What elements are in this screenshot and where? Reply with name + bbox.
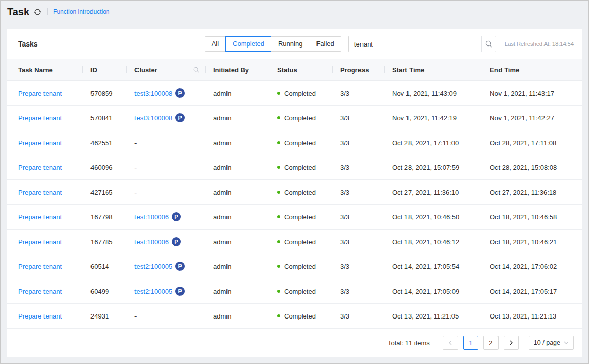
task-id-cell: 167785 <box>82 238 126 246</box>
function-introduction-link[interactable]: Function introduction <box>53 8 109 15</box>
table-row: Prepare tenant 24931 - admin Completed 3… <box>7 304 582 329</box>
page-button-2[interactable]: 2 <box>483 336 499 350</box>
cluster-link[interactable]: test:100006 <box>134 238 169 246</box>
cluster-cell: - <box>126 139 205 147</box>
table-header: Task NameIDClusterInitiated ByStatusProg… <box>7 59 582 81</box>
status-dot-icon <box>277 116 280 119</box>
progress-cell: 3/3 <box>332 89 384 97</box>
cluster-link[interactable]: test2:100005 <box>134 288 172 295</box>
table-row: Prepare tenant 460096 - admin Completed … <box>7 155 582 180</box>
table-row: Prepare tenant 570841 test3:100008P admi… <box>7 106 582 130</box>
initiated-by-cell: admin <box>205 263 269 270</box>
task-name-cell: Prepare tenant <box>7 89 82 97</box>
task-id-cell: 24931 <box>82 312 126 320</box>
initiated-by-cell: admin <box>205 89 269 97</box>
refresh-icon[interactable] <box>34 8 41 16</box>
start-time-cell: Oct 14, 2021, 17:05:09 <box>384 288 482 295</box>
status-cell: Completed <box>269 189 332 196</box>
progress-cell: 3/3 <box>332 263 384 270</box>
task-name-cell: Prepare tenant <box>7 114 82 122</box>
table-row: Prepare tenant 570859 test3:100008P admi… <box>7 81 582 106</box>
page-size-select[interactable]: 10 / page <box>529 336 574 350</box>
task-id-cell: 167798 <box>82 213 126 221</box>
pagination-bar: Total: 11 items 12 10 / page <box>7 329 582 357</box>
task-name-link[interactable]: Prepare tenant <box>18 213 62 221</box>
start-time-cell: Oct 14, 2021, 17:05:54 <box>384 263 482 270</box>
status-dot-icon <box>277 141 280 144</box>
cluster-cell: test2:100005P <box>126 287 205 296</box>
task-name-link[interactable]: Prepare tenant <box>18 263 62 270</box>
status-text: Completed <box>284 139 316 147</box>
task-name-link[interactable]: Prepare tenant <box>18 288 62 295</box>
table-row: Prepare tenant 60499 test2:100005P admin… <box>7 279 582 304</box>
progress-cell: 3/3 <box>332 114 384 122</box>
primary-zone-badge: P <box>175 88 185 98</box>
status-text: Completed <box>284 213 316 221</box>
cluster-cell: - <box>126 164 205 171</box>
cluster-link[interactable]: test2:100005 <box>134 263 172 270</box>
page-button-1[interactable]: 1 <box>463 336 478 350</box>
cluster-link[interactable]: test3:100008 <box>134 89 172 97</box>
table-row: Prepare tenant 167785 test:100006P admin… <box>7 230 582 254</box>
task-name-link[interactable]: Prepare tenant <box>18 139 62 147</box>
cluster-cell: test:100006P <box>126 237 205 246</box>
task-name-link[interactable]: Prepare tenant <box>18 189 62 196</box>
task-name-link[interactable]: Prepare tenant <box>18 238 62 246</box>
search-box <box>348 36 496 52</box>
primary-zone-badge: P <box>172 212 181 221</box>
initiated-by-cell: admin <box>205 238 269 246</box>
table-row: Prepare tenant 167798 test:100006P admin… <box>7 205 582 230</box>
status-dot-icon <box>277 314 280 317</box>
filter-tab-failed[interactable]: Failed <box>309 36 341 52</box>
start-time-cell: Nov 1, 2021, 11:42:19 <box>384 114 482 122</box>
task-name-cell: Prepare tenant <box>7 213 82 221</box>
end-time-cell: Oct 28, 2021, 17:11:08 <box>482 139 582 147</box>
status-cell: Completed <box>269 114 332 122</box>
column-label: Start Time <box>392 66 424 74</box>
task-name-link[interactable]: Prepare tenant <box>18 114 62 122</box>
start-time-cell: Oct 27, 2021, 11:36:10 <box>384 189 482 196</box>
filter-tab-all[interactable]: All <box>205 36 226 52</box>
status-dot-icon <box>277 265 280 268</box>
prev-page-button[interactable] <box>443 336 458 350</box>
page-title: Task <box>7 6 29 18</box>
start-time-cell: Oct 28, 2021, 17:11:00 <box>384 139 482 147</box>
status-dot-icon <box>277 92 280 95</box>
column-header-progress: Progress <box>332 59 384 80</box>
column-search-icon[interactable] <box>193 67 199 73</box>
status-cell: Completed <box>269 288 332 295</box>
cluster-cell: test2:100005P <box>126 262 205 271</box>
status-dot-icon <box>277 166 280 169</box>
initiated-by-cell: admin <box>205 312 269 320</box>
next-page-button[interactable] <box>504 336 519 350</box>
cluster-link[interactable]: test3:100008 <box>134 114 172 122</box>
chevron-right-icon <box>509 340 513 345</box>
initiated-by-cell: admin <box>205 189 269 196</box>
cluster-cell: test3:100008P <box>126 88 205 98</box>
status-text: Completed <box>284 288 316 295</box>
panel-header: Tasks AllCompletedRunningFailed Last Ref… <box>7 29 582 59</box>
search-button[interactable] <box>481 36 496 52</box>
task-name-link[interactable]: Prepare tenant <box>18 312 62 320</box>
column-label: Initiated By <box>213 66 249 74</box>
task-name-cell: Prepare tenant <box>7 164 82 171</box>
column-header-status: Status <box>269 59 332 80</box>
task-name-link[interactable]: Prepare tenant <box>18 89 62 97</box>
start-time-cell: Oct 18, 2021, 10:46:50 <box>384 213 482 221</box>
table-row: Prepare tenant 60514 test2:100005P admin… <box>7 254 582 279</box>
total-items-label: Total: 11 items <box>388 339 430 347</box>
cluster-link[interactable]: test:100006 <box>134 213 169 221</box>
filter-tab-running[interactable]: Running <box>271 36 309 52</box>
task-name-link[interactable]: Prepare tenant <box>18 164 62 171</box>
search-input[interactable] <box>349 36 481 52</box>
column-header-cluster: Cluster <box>126 59 205 80</box>
task-id-cell: 462551 <box>82 139 126 147</box>
status-text: Completed <box>284 114 316 122</box>
progress-cell: 3/3 <box>332 164 384 171</box>
initiated-by-cell: admin <box>205 213 269 221</box>
status-text: Completed <box>284 189 316 196</box>
column-header-start-time: Start Time <box>384 59 482 80</box>
progress-cell: 3/3 <box>332 288 384 295</box>
filter-tab-completed[interactable]: Completed <box>225 36 271 52</box>
status-cell: Completed <box>269 312 332 320</box>
